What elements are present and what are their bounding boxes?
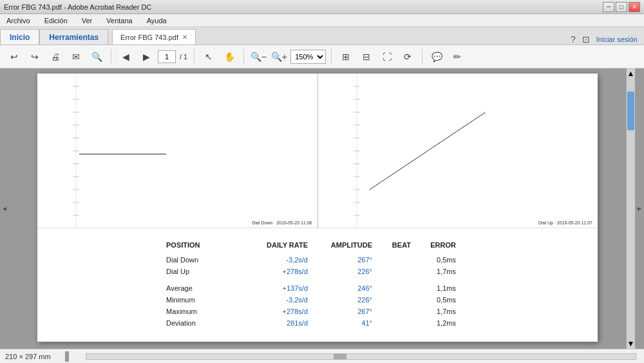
minimize-button[interactable]: ─ [603, 2, 614, 12]
sep2 [194, 49, 194, 64]
chart-right-label: Dial Up · 2016-05-20 11:07 [538, 221, 592, 225]
menu-ayuda[interactable]: Ayuda [143, 15, 171, 26]
table-row-average: Average +137s/d 246° 1,1ms [166, 282, 572, 294]
beat-average: 1,1ms [372, 282, 456, 294]
rate-average: +137s/d [243, 282, 308, 294]
right-nav-arrow[interactable]: ► [636, 205, 643, 212]
toolbar: ↩ ↪ 🖨 ✉ 🔍 ◀ ▶ / 1 ↖ ✋ 🔍− 🔍+ 150% 100% 75… [0, 45, 644, 68]
horizontal-scrollbar[interactable] [86, 353, 636, 360]
scroll-up-button[interactable]: ▲ [627, 68, 635, 79]
chart-left-label: Dial Down · 2016-05-20 11:06 [252, 221, 312, 225]
content-area: Dial Down · 2016-05-20 11:06 [9, 68, 626, 349]
tab-close-icon[interactable]: ✕ [182, 34, 187, 41]
rotate-button[interactable]: ⟳ [399, 48, 417, 66]
close-button[interactable]: ✕ [629, 2, 640, 12]
zoom-select[interactable]: 150% 100% 75% 50% [290, 50, 326, 64]
hand-tool[interactable]: ✋ [220, 48, 238, 66]
print-button[interactable]: 🖨 [46, 48, 64, 66]
table-spacer [166, 277, 572, 282]
rate-deviation: 281s/d [243, 317, 308, 329]
fullscreen-button[interactable]: ⛶ [378, 48, 396, 66]
tab-herramientas[interactable]: Herramientas [39, 29, 108, 44]
col-header-beat: BEAT [372, 241, 411, 249]
title-bar-buttons: ─ □ ✕ [603, 2, 640, 12]
prev-page-button[interactable]: ◀ [117, 48, 135, 66]
page-dimensions: 210 × 297 mm [5, 353, 51, 360]
amp-deviation: 41° [308, 317, 372, 329]
amp-average: 246° [308, 282, 372, 294]
tab-file[interactable]: Error FBG 743.pdf ✕ [112, 29, 196, 44]
rate-maximum: +278s/d [243, 306, 308, 317]
beat-deviation: 1,2ms [372, 317, 456, 329]
amp-dialup: 226° [308, 266, 372, 277]
comment-button[interactable]: 💬 [428, 48, 446, 66]
pos-dialup: Dial Up [166, 266, 243, 277]
table-row-minimum: Minimum -3,2s/d 226° 0,5ms [166, 294, 572, 306]
select-tool[interactable]: ↖ [200, 48, 218, 66]
page-total: / 1 [180, 53, 187, 61]
pos-deviation: Deviation [166, 317, 243, 329]
page-number-input[interactable] [158, 50, 176, 63]
zoom-out-button[interactable]: 🔍− [249, 48, 267, 66]
scrollbar-right[interactable]: ▲ ▼ [626, 68, 635, 349]
menu-ver[interactable]: Ver [78, 15, 97, 26]
sep5 [422, 49, 422, 64]
forward-button[interactable]: ↪ [26, 48, 44, 66]
draw-button[interactable]: ✏ [448, 48, 466, 66]
sep3 [243, 49, 244, 64]
scroll-down-button[interactable]: ▼ [627, 338, 635, 349]
right-panel: ► [635, 68, 644, 349]
next-page-button[interactable]: ▶ [137, 48, 155, 66]
help-icon[interactable]: ? [571, 34, 576, 44]
email-button[interactable]: ✉ [67, 48, 85, 66]
title-bar-text: Error FBG 743.pdf - Adobe Acrobat Reader… [4, 3, 151, 11]
table-row-deviation: Deviation 281s/d 41° 1,2ms [166, 317, 572, 329]
menu-bar: Archivo Edición Ver Ventana Ayuda [0, 14, 644, 27]
amp-dialdown: 267° [308, 254, 372, 266]
beat-maximum: 1,7ms [372, 306, 456, 317]
status-bar: 210 × 297 mm [0, 349, 644, 363]
tablet-icon[interactable]: ⊡ [582, 34, 590, 44]
rate-minimum: -3,2s/d [243, 294, 308, 306]
zoom-in-button[interactable]: 🔍+ [270, 48, 288, 66]
status-page-indicator [65, 351, 69, 362]
tab-right-icons: ? ⊡ Iniciar sesión [571, 34, 644, 44]
chart-left: Dial Down · 2016-05-20 11:06 [37, 74, 318, 228]
left-panel: ◄ [0, 68, 9, 349]
svg-line-25 [370, 112, 486, 190]
pdf-page: Dial Down · 2016-05-20 11:06 [37, 74, 598, 342]
beat-dialup: 1,7ms [372, 266, 456, 277]
search-button[interactable]: 🔍 [88, 48, 106, 66]
menu-edicion[interactable]: Edición [41, 15, 71, 26]
sep1 [111, 49, 111, 64]
pos-maximum: Maximum [166, 306, 243, 317]
col-header-daily-rate: DAILY RATE [243, 241, 308, 249]
rate-dialdown: -3,2s/d [243, 254, 308, 266]
main-area: ◄ [0, 68, 644, 349]
col-header-error: ERROR [411, 241, 456, 249]
back-button[interactable]: ↩ [5, 48, 23, 66]
rate-dialup: +278s/d [243, 266, 308, 277]
scrollbar-thumb[interactable] [627, 92, 634, 130]
login-button[interactable]: Iniciar sesión [596, 35, 638, 43]
fit-width-button[interactable]: ⊟ [357, 48, 375, 66]
table-row-dialdown: Dial Down -3,2s/d 267° 0,5ms [166, 254, 572, 266]
chart-area: Dial Down · 2016-05-20 11:06 [37, 74, 598, 228]
sep4 [331, 49, 332, 64]
tab-bar: Inicio Herramientas Error FBG 743.pdf ✕ … [0, 27, 644, 45]
menu-ventana[interactable]: Ventana [102, 15, 136, 26]
pos-dialdown: Dial Down [166, 254, 243, 266]
pos-minimum: Minimum [166, 294, 243, 306]
maximize-button[interactable]: □ [616, 2, 627, 12]
beat-minimum: 0,5ms [372, 294, 456, 306]
tab-inicio[interactable]: Inicio [0, 29, 39, 44]
amp-maximum: 267° [308, 306, 372, 317]
horizontal-scrollbar-thumb[interactable] [334, 354, 346, 359]
menu-archivo[interactable]: Archivo [3, 15, 34, 26]
pos-average: Average [166, 282, 243, 294]
fit-page-button[interactable]: ⊞ [337, 48, 355, 66]
left-nav-arrow[interactable]: ◄ [1, 205, 8, 212]
data-table: POSITION DAILY RATE AMPLITUDE BEAT ERROR… [37, 228, 598, 342]
col-header-amplitude: AMPLITUDE [308, 241, 372, 249]
table-row-maximum: Maximum +278s/d 267° 1,7ms [166, 306, 572, 317]
